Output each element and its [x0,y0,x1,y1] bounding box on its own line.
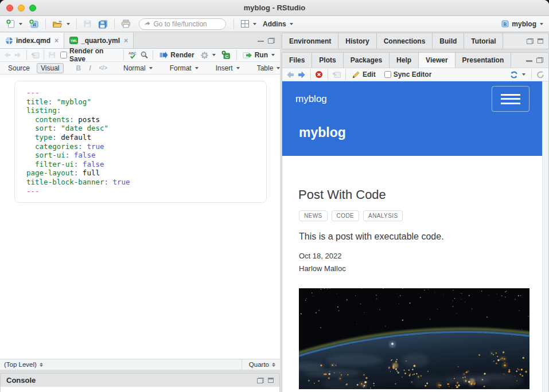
tab-tutorial[interactable]: Tutorial [464,33,503,49]
goto-file-search[interactable] [139,18,226,30]
sync-caret [522,73,525,76]
maximize-pane-icon[interactable] [538,38,543,44]
edit-button[interactable]: Edit [350,68,377,81]
render-settings-button[interactable] [198,49,217,61]
code-format-button[interactable]: </> [97,65,110,71]
project-caret [540,23,543,25]
save-button[interactable] [81,18,94,30]
insert-chunk-icon: C [221,50,231,60]
bold-button[interactable]: B [74,64,84,72]
new-file-button[interactable] [4,18,24,30]
workspace-panes-button[interactable] [239,18,258,30]
category-badge-news[interactable]: NEWS [299,210,328,221]
viewer-pane-icons [521,53,548,68]
insert-chunk-button[interactable]: C [220,49,232,61]
close-window-button[interactable] [6,5,13,11]
hamburger-line [501,94,520,96]
tab-plots[interactable]: Plots [312,53,343,68]
console-body[interactable] [0,387,280,392]
minimize-window-button[interactable] [18,5,25,11]
viewer-forward-icon[interactable] [297,70,306,79]
back-icon[interactable] [3,51,11,59]
tab-connections[interactable]: Connections [377,33,433,49]
visual-mode-button[interactable]: Visual [37,63,63,73]
table-menu[interactable]: Table [254,64,284,73]
tab-label: _quarto.yml [81,37,120,45]
project-menu-button[interactable]: R myblog [499,18,545,30]
run-button[interactable]: Run [241,49,277,61]
save-all-icon [98,19,108,29]
toolbar-separator [26,50,27,60]
navbar-brand-link[interactable]: myblog [295,93,327,105]
minimize-pane-icon[interactable] [258,38,264,43]
main-toolbar: R Addins R [0,16,549,32]
tab-files[interactable]: Files [282,53,312,68]
stop-icon[interactable] [315,70,324,79]
goto-file-input[interactable] [153,20,221,28]
category-badge-code[interactable]: CODE [332,210,360,221]
search-icon[interactable] [140,50,149,60]
refresh-icon[interactable] [536,70,545,79]
close-tab-icon[interactable]: × [124,37,128,45]
titlebar: myblog - RStudio [0,0,549,16]
forward-icon[interactable] [14,51,22,59]
source-mode-button[interactable]: Source [5,64,33,73]
spellcheck-icon[interactable]: ABC [128,50,138,60]
italic-button[interactable]: I [87,64,93,72]
category-badge-analysis[interactable]: ANALYSIS [363,210,403,221]
render-on-save-checkbox[interactable] [60,52,67,58]
print-icon [121,19,131,28]
sync-editor-label: Sync Editor [394,70,432,79]
tab-quarto-yml[interactable]: YML _quarto.yml × [64,33,134,48]
tab-viewer[interactable]: Viewer [419,53,455,68]
restore-pane-icon[interactable] [536,57,543,63]
tab-build[interactable]: Build [433,33,464,49]
tab-presentation[interactable]: Presentation [455,53,512,68]
viewer-content[interactable]: myblog myblog Post With Code NEWSCODEANA… [282,81,548,392]
tab-history[interactable]: History [338,33,376,49]
format-menu[interactable]: Format [166,64,202,73]
run-icon [243,52,252,59]
tab-packages[interactable]: Packages [344,53,390,68]
restore-pane-icon[interactable] [257,378,264,383]
close-tab-icon[interactable]: × [54,37,59,45]
visual-editor-toolbar: Source Visual B I </> Normal Format Inse… [0,62,280,75]
console-pane-header[interactable]: Console [0,373,280,387]
addins-button[interactable]: Addins [261,18,295,30]
open-new-window-icon[interactable] [31,51,40,59]
visual-editor-canvas[interactable]: ---title: "myblog"listing: contents: pos… [0,75,280,359]
addins-label: Addins [263,20,286,28]
open-file-button[interactable] [50,18,72,30]
save-doc-icon[interactable] [48,51,56,59]
insert-menu[interactable]: Insert [212,64,243,73]
language-mode-selector[interactable]: Quarto [242,359,280,370]
fullscreen-window-button[interactable] [29,5,36,11]
panes-caret [253,23,256,25]
print-button[interactable] [119,18,133,30]
open-new-window-icon[interactable] [332,70,341,79]
render-settings-caret [212,54,216,56]
tab-help[interactable]: Help [390,53,419,68]
viewer-scrollbar-gutter[interactable] [542,81,548,392]
yaml-metadata-block[interactable]: ---title: "myblog"listing: contents: pos… [14,81,267,203]
restore-pane-icon[interactable] [268,38,275,44]
viewer-back-icon[interactable] [286,70,295,79]
navbar-toggle-button[interactable] [492,86,529,112]
minimize-pane-icon[interactable] [526,58,532,63]
scope-selector[interactable]: (Top Level) [4,361,43,368]
restore-pane-icon[interactable] [527,38,534,44]
post-thumbnail-earth-image[interactable] [299,288,529,389]
post-title-link[interactable]: Post With Code [298,187,386,202]
new-project-button[interactable]: R [27,18,41,30]
sync-editor-checkbox[interactable] [384,71,391,78]
tab-index-qmd[interactable]: index.qmd × [0,33,64,48]
render-button[interactable]: Render [157,49,196,61]
console-pane-icons [257,378,274,383]
sync-button[interactable] [508,68,527,81]
tab-environment[interactable]: Environment [282,33,338,49]
run-caret [271,54,275,56]
paragraph-style-dropdown[interactable]: Normal [120,64,156,73]
maximize-pane-icon[interactable] [268,378,274,383]
save-all-button[interactable] [96,18,110,30]
svg-text:C: C [225,54,228,59]
